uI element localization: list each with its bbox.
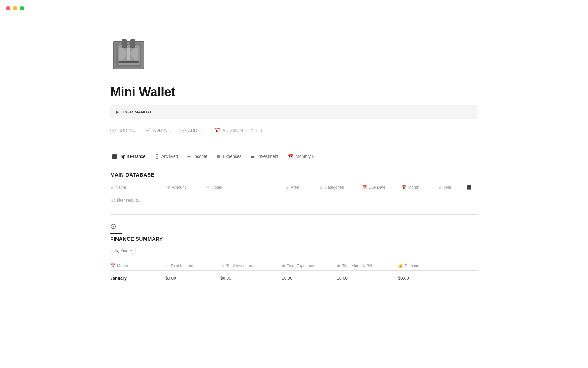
tab-input-finance[interactable]: ⬛ Input Finance	[110, 151, 151, 163]
year-filter-pill[interactable]: 🔍 Year ▾	[110, 247, 136, 255]
svg-rect-4	[122, 39, 127, 48]
year-col-icon: ⊕	[438, 185, 442, 190]
svg-rect-11	[118, 61, 139, 63]
svg-rect-7	[127, 48, 130, 60]
s-balance-icon: 💰	[398, 263, 403, 268]
s-month-icon: 📅	[110, 263, 115, 268]
traffic-light-yellow[interactable]	[13, 6, 17, 10]
s-col-month-label: Month	[117, 263, 128, 268]
s-investment-icon: 🏛	[221, 263, 224, 268]
row-total-monthly-bill: $0.00	[337, 276, 398, 281]
add-monthly-bill-label: ADD MONTHLY BILL	[223, 128, 263, 133]
s-col-header-month: 📅 Month	[110, 263, 165, 268]
user-manual-triangle	[116, 111, 119, 114]
add-income-label-1: ADD IN...	[118, 128, 136, 133]
finance-summary-title: FINANCE SUMMARY	[110, 236, 478, 242]
monthly-bill-icon: 📅	[288, 154, 293, 159]
tabs-row: ⬛ Input Finance 🗄 Archived ⊕ Income ⊕ Ex…	[110, 151, 478, 163]
col-area-label: Area	[291, 185, 299, 190]
year-filter-chevron: ▾	[130, 249, 132, 252]
divider-1	[110, 143, 478, 143]
tab-monthly-bill[interactable]: 📅 Monthly Bill	[286, 151, 323, 163]
add-expense-btn[interactable]: + ADD E...	[180, 128, 205, 133]
s-monthlybill-icon: ⊕	[337, 263, 340, 268]
main-database-header: ⊕ Name ⊕ Amount ✏ Notes ⊕ Area ⊕ Categor…	[110, 182, 478, 192]
col-header-year: ⊕ Year	[438, 185, 466, 190]
year-filter-label: Year	[121, 248, 129, 253]
archive-icon: 🗄	[155, 154, 159, 159]
row-total-investment: $0.00	[221, 276, 282, 281]
add-income-btn-1[interactable]: + ADD IN...	[110, 128, 136, 133]
s-col-header-monthly-bill: ⊕ Total Monthly Bill	[337, 263, 398, 268]
s-expenses-icon: ⊕	[282, 263, 285, 268]
plus-circle-icon-2: +	[180, 128, 186, 133]
main-database-title: MAIN DATABASE	[110, 172, 478, 178]
action-col-icon: ⬛	[466, 185, 471, 190]
expenses-icon: ⊕	[217, 154, 221, 159]
name-col-icon: ⊕	[110, 185, 114, 190]
area-col-icon: ⊕	[285, 185, 289, 190]
user-manual-banner[interactable]: USER MANUAL	[110, 105, 478, 119]
divider-2	[110, 214, 478, 215]
s-col-balance-label: Balance	[405, 263, 419, 268]
col-header-amount: ⊕ Amount	[167, 185, 206, 190]
tab-archived[interactable]: 🗄 Archived	[153, 151, 183, 163]
col-header-action: ⬛	[466, 185, 478, 190]
traffic-light-green[interactable]	[20, 6, 24, 10]
col-header-due-date: 📅 Due Date	[362, 185, 401, 190]
tab-investment-label: Investment	[258, 154, 278, 159]
col-header-name: ⊕ Name	[110, 185, 167, 190]
notes-col-icon: ✏	[206, 185, 210, 190]
s-col-monthly-bill-label: Total Monthly Bill	[342, 263, 372, 268]
col-categories-label: Categories	[325, 185, 344, 190]
traffic-light-red[interactable]	[6, 6, 10, 10]
categories-col-icon: ⊕	[319, 185, 323, 190]
col-notes-label: Notes	[212, 185, 222, 190]
col-header-notes: ✏ Notes	[206, 185, 285, 190]
user-manual-label: USER MANUAL	[122, 110, 153, 114]
tab-expenses-label: Expenses	[223, 154, 241, 159]
summary-rows-container: January $0.00 $0.00 $0.00 $0.00 $0.00	[110, 271, 478, 285]
amount-col-icon: ⊕	[167, 185, 170, 190]
s-col-header-balance: 💰 Balance	[398, 263, 444, 268]
bank-icon-1: 🏛	[145, 128, 150, 133]
add-monthly-bill-btn[interactable]: 📅 ADD MONTHLY BILL	[214, 127, 263, 133]
main-content: Mini Wallet USER MANUAL + ADD IN... 🏛 AD…	[80, 0, 508, 310]
s-col-investment-label: Total Investme...	[226, 263, 255, 268]
tab-investment[interactable]: 🏛 Investment	[250, 151, 284, 163]
col-year-label: Year	[443, 185, 451, 190]
camera-icon: ⬛	[111, 154, 117, 159]
duedate-col-icon: 📅	[362, 185, 367, 190]
tab-input-finance-label: Input Finance	[119, 154, 145, 159]
tab-expenses[interactable]: ⊕ Expenses	[215, 151, 247, 163]
row-total-expenses: $0.00	[282, 276, 337, 281]
s-income-icon: ⊕	[165, 263, 169, 268]
traffic-lights	[6, 6, 24, 10]
add-expense-label: ADD E...	[188, 128, 205, 133]
add-income-label-2: ADD IN...	[153, 128, 171, 133]
investment-icon: 🏛	[251, 154, 255, 159]
s-col-header-income: ⊕ Total Income	[165, 263, 221, 268]
tab-monthly-bill-label: Monthly Bill	[296, 154, 318, 159]
income-icon: ⊕	[187, 154, 191, 159]
col-amount-label: Amount	[172, 185, 186, 190]
no-filter-message: No filter results.	[110, 194, 478, 207]
summary-table-row: January $0.00 $0.00 $0.00 $0.00 $0.00	[110, 271, 478, 285]
s-col-header-expenses: ⊕ Total Expenses	[282, 263, 337, 268]
col-header-area: ⊕ Area	[285, 185, 319, 190]
s-col-expenses-label: Total Expenses	[287, 263, 314, 268]
svg-rect-5	[130, 39, 135, 48]
tab-income[interactable]: ⊕ Income	[186, 151, 213, 163]
col-header-categories: ⊕ Categories	[319, 185, 362, 190]
plus-circle-icon-1: +	[110, 128, 116, 133]
app-logo	[110, 37, 147, 74]
col-header-month: 📅 Month	[401, 185, 438, 190]
logo-container	[110, 37, 478, 75]
page-title: Mini Wallet	[110, 85, 478, 99]
tab-archived-label: Archived	[161, 154, 178, 159]
s-col-header-investment: 🏛 Total Investme...	[221, 263, 282, 268]
add-income-btn-2[interactable]: 🏛 ADD IN...	[145, 128, 171, 133]
filter-search-icon: 🔍	[114, 249, 119, 253]
row-month: January	[110, 276, 165, 281]
col-duedate-label: Due Date	[369, 185, 386, 190]
